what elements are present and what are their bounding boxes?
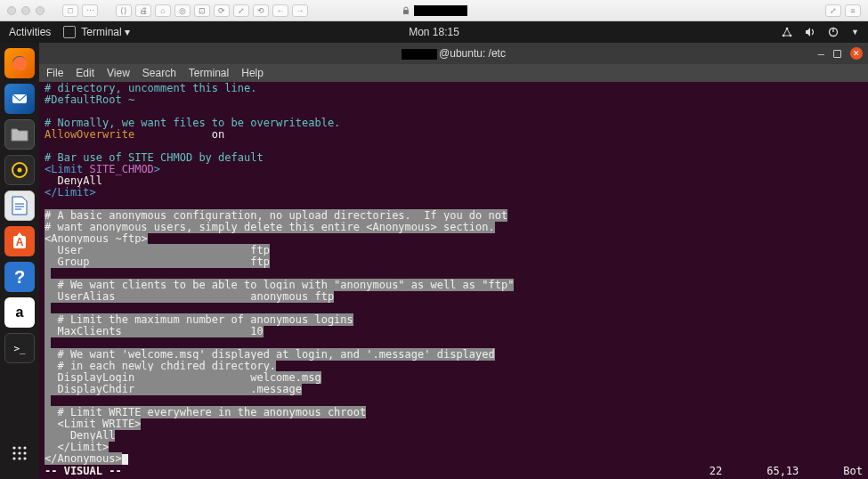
- editor-line: UserAlias anonymous ftp: [45, 291, 863, 303]
- menu-file[interactable]: File: [46, 67, 63, 79]
- host-tool[interactable]: ≡: [845, 4, 861, 17]
- menu-edit[interactable]: Edit: [76, 67, 94, 79]
- editor-line: DenyAll: [45, 430, 863, 442]
- svg-point-16: [18, 446, 20, 449]
- editor-line: # Bar use of SITE CHMOD by default: [45, 152, 863, 164]
- svg-point-19: [18, 451, 20, 454]
- editor-line: </Limit>: [45, 442, 863, 453]
- terminal-icon: [63, 26, 76, 38]
- svg-point-18: [12, 451, 15, 454]
- host-address: [402, 5, 467, 16]
- editor-line: # Limit WRITE everywhere in the anonymou…: [45, 407, 863, 418]
- svg-rect-0: [403, 10, 409, 14]
- host-toolbar-left: □ ⋯: [62, 4, 98, 17]
- vim-cursor-pos: 65,13: [767, 465, 799, 477]
- host-toolbar-right: ⤢ ≡: [825, 4, 861, 17]
- editor-line: MaxClients 10: [45, 326, 863, 337]
- svg-text:A: A: [16, 236, 24, 248]
- launcher-help[interactable]: ?: [4, 262, 35, 292]
- vim-mode: -- VISUAL --: [45, 465, 122, 477]
- volume-icon: [805, 27, 815, 37]
- vim-scroll-pos: Bot: [843, 465, 863, 477]
- launcher-files[interactable]: [4, 119, 35, 150]
- svg-point-20: [23, 451, 26, 454]
- svg-point-21: [12, 457, 15, 459]
- system-tray[interactable]: ▼: [782, 27, 859, 37]
- host-tool[interactable]: ⊡: [194, 4, 210, 17]
- window-controls: – ✕: [818, 47, 863, 61]
- editor-line: </Anonymous>: [45, 453, 863, 465]
- editor-line: </Limit>: [45, 187, 863, 199]
- app-menu[interactable]: Terminal ▾: [63, 26, 130, 38]
- host-tool[interactable]: ⌂: [155, 4, 171, 17]
- vim-count: 22: [710, 465, 722, 477]
- editor-line: Group ftp: [45, 256, 863, 268]
- editor-line: # directory, uncomment this line.: [45, 83, 863, 94]
- redacted-user: [402, 49, 437, 60]
- menu-view[interactable]: View: [107, 67, 130, 79]
- traffic-light-close[interactable]: [7, 6, 16, 15]
- host-tool[interactable]: ⟨⟩: [116, 4, 132, 17]
- menu-terminal[interactable]: Terminal: [189, 67, 229, 79]
- power-icon: [828, 27, 839, 37]
- host-tool[interactable]: ⟲: [253, 4, 269, 17]
- maximize-button[interactable]: [833, 50, 841, 58]
- terminal-content[interactable]: # directory, uncomment this line.#Defaul…: [39, 82, 868, 465]
- host-tool[interactable]: ⋯: [82, 4, 98, 17]
- editor-line: <Limit WRITE>: [45, 418, 863, 430]
- editor-line: AllowOverwrite on: [45, 129, 863, 141]
- host-tool[interactable]: ←: [272, 4, 288, 17]
- svg-point-22: [18, 457, 20, 459]
- lock-icon: [402, 6, 410, 15]
- launcher-firefox[interactable]: [4, 48, 35, 78]
- launcher-amazon[interactable]: a: [4, 297, 35, 328]
- traffic-light-minimize[interactable]: [21, 6, 30, 15]
- traffic-lights: [7, 6, 45, 15]
- gnome-topbar: Activities Terminal ▾ Mon 18:15 ▼: [0, 21, 868, 43]
- menu-search[interactable]: Search: [142, 67, 176, 79]
- redacted-address: [414, 5, 467, 16]
- launcher-libreoffice[interactable]: [4, 191, 35, 221]
- host-tool[interactable]: →: [292, 4, 308, 17]
- launcher: A ? a >_: [0, 43, 39, 479]
- launcher-terminal[interactable]: >_: [4, 333, 35, 363]
- editor-line: #DefaultRoot ~: [45, 94, 863, 106]
- host-tool[interactable]: ⤢: [825, 4, 841, 17]
- launcher-rhythmbox[interactable]: [4, 155, 35, 185]
- traffic-light-zoom[interactable]: [36, 6, 45, 15]
- svg-point-9: [18, 168, 22, 173]
- desktop: A ? a >_ @ubuntu: /etc – ✕ File Edit Vie…: [0, 43, 868, 479]
- network-icon: [782, 27, 792, 37]
- host-tool[interactable]: ⤢: [233, 4, 249, 17]
- launcher-thunderbird[interactable]: [4, 84, 35, 114]
- launcher-show-apps[interactable]: [4, 438, 35, 468]
- app-menu-label: Terminal ▾: [81, 26, 130, 38]
- host-toolbar-mid: ⟨⟩ 🖨 ⌂ ◎ ⊡ ⟳ ⤢ ⟲ ← →: [116, 4, 308, 17]
- svg-point-17: [23, 446, 26, 449]
- editor-line: <Limit SITE_CHMOD>: [45, 164, 863, 175]
- host-tool[interactable]: 🖨: [135, 4, 151, 17]
- launcher-software[interactable]: A: [4, 226, 35, 256]
- minimize-button[interactable]: –: [818, 47, 824, 61]
- menubar: File Edit View Search Terminal Help: [39, 64, 868, 82]
- activities-button[interactable]: Activities: [9, 26, 51, 38]
- editor-line: DenyAll: [45, 175, 863, 187]
- host-tool[interactable]: ◎: [174, 4, 191, 17]
- clock[interactable]: Mon 18:15: [409, 26, 459, 38]
- terminal-window: @ubuntu: /etc – ✕ File Edit View Search …: [39, 43, 868, 479]
- editor-line: # want anonymous users, simply delete th…: [45, 222, 863, 233]
- host-tool[interactable]: □: [62, 4, 78, 17]
- svg-point-15: [12, 446, 15, 449]
- window-title: @ubuntu: /etc: [402, 47, 506, 60]
- host-tool[interactable]: ⟳: [214, 4, 230, 17]
- editor-line: DisplayChdir .message: [45, 384, 863, 395]
- host-titlebar: □ ⋯ ⟨⟩ 🖨 ⌂ ◎ ⊡ ⟳ ⤢ ⟲ ← → ⤢ ≡: [0, 0, 868, 21]
- window-titlebar[interactable]: @ubuntu: /etc – ✕: [39, 43, 868, 64]
- chevron-down-icon: ▼: [851, 28, 859, 37]
- svg-point-23: [23, 457, 26, 459]
- menu-help[interactable]: Help: [241, 67, 264, 79]
- vim-status-line: -- VISUAL -- 22 65,13 Bot: [39, 465, 868, 479]
- close-button[interactable]: ✕: [850, 47, 863, 60]
